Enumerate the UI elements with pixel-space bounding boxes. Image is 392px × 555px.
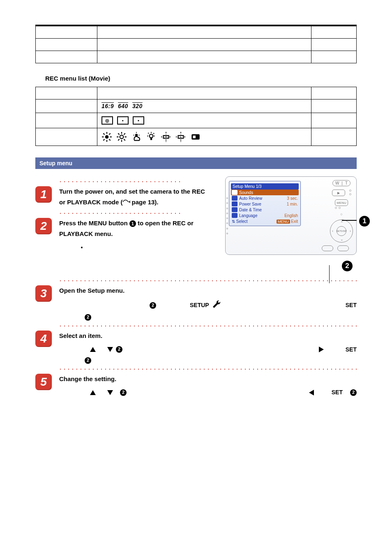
lcd-row-value: 3 sec.	[287, 196, 298, 201]
up-triangle-icon	[90, 390, 96, 395]
table-row	[36, 87, 357, 99]
wb-fluorescent-h-icon: H	[161, 132, 171, 142]
step-3-badge: 3	[35, 285, 52, 302]
wb-cloudy-icon	[131, 132, 142, 142]
up-arrow-icon: ⌃	[340, 221, 344, 225]
step-2-title: Press the MENU button 1 to open the REC …	[59, 218, 207, 239]
lcd-row-label: Sounds	[239, 190, 296, 195]
callout-ref-1-icon: 1	[129, 220, 136, 227]
svg-line-16	[118, 139, 119, 140]
lcd-row-label: Language	[239, 213, 283, 218]
lcd-row-value: 1 min.	[287, 202, 298, 206]
table-row: H L	[36, 128, 357, 146]
step-2-sub	[68, 242, 207, 252]
svg-line-7	[103, 139, 104, 140]
auto-review-icon	[232, 196, 238, 201]
power-save-icon	[232, 201, 238, 206]
step-4-badge: 4	[35, 331, 52, 347]
metering-center-icon: ▪	[117, 116, 129, 125]
setup-menu-heading: Setup menu	[35, 157, 357, 169]
left-arrow-icon: ‹	[332, 229, 333, 233]
step-2-badge: 2	[35, 218, 52, 234]
step-divider	[58, 325, 357, 327]
lcd-row-value: English	[284, 213, 298, 218]
step-4-title: Select an item.	[59, 331, 357, 341]
movie-size-320: 320	[132, 103, 143, 109]
step-divider	[58, 180, 182, 183]
table-continuation	[35, 26, 357, 63]
lcd-title: Setup Menu 1/3	[233, 184, 262, 189]
callout-ref-2-icon: 2	[85, 314, 91, 321]
svg-point-18	[135, 134, 138, 136]
step-5-sub: 2 SET 2	[68, 387, 357, 398]
setup-label: SETUP	[190, 300, 209, 310]
lcd-screen: Setup Menu 1/3 Sounds Auto Review3 sec. …	[229, 181, 301, 226]
callout-1: 1	[359, 216, 370, 227]
movie-size-640: 640	[118, 103, 128, 109]
svg-point-22	[150, 134, 153, 138]
wb-tungsten-icon	[146, 132, 157, 142]
callout-ref-2-icon: 2	[350, 389, 357, 396]
svg-rect-23	[150, 138, 152, 140]
svg-point-9	[120, 135, 124, 139]
svg-line-8	[109, 133, 110, 134]
wb-custom-icon	[190, 132, 201, 142]
lcd-row-label: Power Save	[239, 202, 285, 206]
right-triangle-icon	[318, 346, 324, 353]
down-triangle-icon	[107, 390, 113, 395]
zoom-rocker: W|T	[332, 180, 350, 186]
step-5-title: Change the setting.	[59, 374, 357, 384]
callout-ref-2-icon: 2	[85, 357, 91, 364]
svg-point-0	[105, 135, 109, 139]
left-triangle-icon	[309, 389, 314, 396]
wb-auto-icon	[101, 132, 112, 142]
camera-illustration: Setup Menu 1/3 Sounds Auto Review3 sec. …	[225, 176, 357, 255]
language-icon	[232, 213, 238, 218]
svg-marker-46	[90, 390, 96, 395]
rec-menu-table: 16:9 640 320 ◎ ▪ •	[35, 87, 357, 146]
step-5-badge: 5	[35, 374, 52, 390]
step-1-badge: 1	[35, 186, 52, 203]
page-reference-icon	[122, 197, 131, 208]
svg-line-5	[103, 133, 104, 134]
wb-fluorescent-l-icon: L	[175, 132, 186, 142]
step-divider	[58, 212, 182, 215]
step-3-title: Open the Setup menu.	[59, 285, 357, 296]
callout-ref-2-icon: 2	[116, 346, 122, 353]
wb-daylight-icon	[116, 132, 127, 142]
svg-marker-44	[107, 347, 113, 352]
lcd-exit-hint: MENU Exit	[277, 219, 298, 224]
set-label: SET	[346, 300, 357, 310]
svg-text:H: H	[165, 135, 167, 139]
svg-line-28	[153, 133, 154, 134]
svg-line-27	[148, 133, 149, 134]
lcd-select-hint: ⇅ Select	[232, 219, 248, 224]
table-row	[36, 51, 357, 63]
step-1-title: Turn the power on, and set the camera to…	[59, 186, 207, 208]
table-row: 16:9 640 320	[36, 99, 357, 113]
svg-marker-47	[107, 390, 113, 395]
date-time-icon	[232, 207, 238, 212]
svg-marker-45	[319, 347, 324, 352]
table-row	[36, 26, 357, 39]
movie-size-16-9: 16:9	[101, 103, 114, 109]
sounds-icon	[232, 190, 238, 195]
up-triangle-icon	[90, 347, 96, 352]
step-divider	[58, 368, 357, 370]
metering-spot-icon: •	[133, 116, 144, 125]
table-row	[36, 39, 357, 51]
lcd-row-label: Auto Review	[239, 196, 285, 201]
down-arrow-icon: ⌄	[340, 237, 344, 241]
four-way-controller: SETDISP ⌃ ⌄ ‹ ›	[330, 220, 353, 243]
down-triangle-icon	[107, 347, 113, 352]
svg-rect-42	[193, 136, 196, 139]
svg-line-14	[118, 133, 119, 134]
step-4-sub: 2 SET 2	[68, 345, 357, 364]
step-divider	[58, 280, 357, 282]
svg-line-6	[109, 139, 110, 140]
svg-line-17	[124, 133, 125, 134]
lcd-row-label: Date & Time	[239, 208, 296, 212]
callout-ref-2-icon: 2	[150, 302, 156, 309]
svg-marker-43	[90, 347, 96, 352]
menu-button: MENU	[335, 199, 348, 206]
